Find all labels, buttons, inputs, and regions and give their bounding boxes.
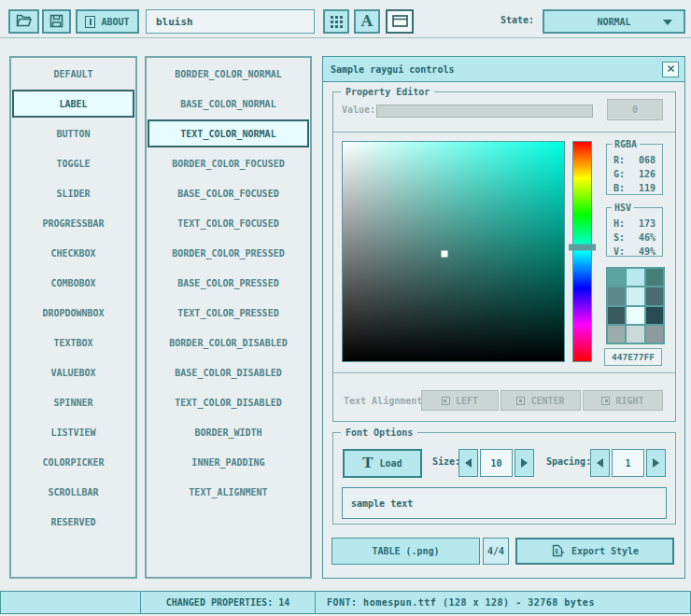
- properties-list-item[interactable]: INNER_PADDING: [148, 448, 309, 476]
- properties-list-item[interactable]: BORDER_COLOR_PRESSED: [148, 239, 309, 267]
- divider-line: [333, 132, 675, 133]
- controls-list-item[interactable]: TOGGLE: [12, 149, 134, 177]
- color-swatch[interactable]: [627, 269, 643, 286]
- export-style-button[interactable]: E Export Style: [515, 538, 674, 565]
- align-right-button[interactable]: RIGHT: [583, 390, 663, 411]
- properties-list-item[interactable]: TEXT_COLOR_DISABLED: [148, 388, 309, 416]
- size-decrease-button[interactable]: [458, 449, 478, 477]
- controls-list-item[interactable]: DROPDOWNBOX: [12, 299, 134, 327]
- hex-value-box[interactable]: 447E77FF: [604, 348, 662, 366]
- align-center-icon: [516, 397, 525, 405]
- export-format-button[interactable]: TABLE (.png): [331, 538, 480, 565]
- export-pages-box[interactable]: 4/4: [483, 538, 509, 565]
- controls-list-item[interactable]: SLIDER: [12, 179, 134, 207]
- properties-list-item[interactable]: TEXT_COLOR_PRESSED: [148, 299, 309, 327]
- properties-list-item-label: BORDER_WIDTH: [194, 427, 261, 438]
- controls-list-item-label: DEFAULT: [53, 69, 92, 79]
- sample-text-box[interactable]: sample text: [342, 487, 667, 519]
- properties-list-item-label: TEXT_COLOR_NORMAL: [180, 129, 275, 139]
- properties-list-item[interactable]: BASE_COLOR_NORMAL: [148, 90, 309, 118]
- color-swatch[interactable]: [646, 269, 663, 286]
- properties-list-item[interactable]: BASE_COLOR_PRESSED: [148, 269, 309, 297]
- controls-list-item[interactable]: LISTVIEW: [12, 418, 134, 446]
- hue-slider-handle[interactable]: [569, 244, 596, 250]
- sample-window-titlebar[interactable]: Sample raygui controls: [323, 57, 684, 82]
- property-editor-group: Property Editor Value: 0 RGBA R:068 G:12…: [332, 91, 676, 422]
- font-settings-button[interactable]: A: [354, 9, 380, 34]
- style-name-input[interactable]: [146, 9, 315, 34]
- rguistyler-app: { "toolbar": { "about_label": "ABOUT", "…: [0, 0, 691, 616]
- hue-slider[interactable]: [572, 141, 592, 362]
- colorpicker-cursor[interactable]: [442, 250, 448, 257]
- divider-line: [333, 372, 675, 373]
- properties-list-item[interactable]: BASE_COLOR_DISABLED: [148, 358, 309, 386]
- color-swatch[interactable]: [627, 326, 643, 343]
- spacing-value-box[interactable]: 1: [612, 449, 644, 477]
- hsv-v-row: V:49%: [607, 245, 662, 259]
- s-value: 46%: [639, 231, 656, 245]
- b-label: B:: [613, 181, 625, 195]
- color-swatch[interactable]: [608, 307, 625, 324]
- close-window-button[interactable]: [662, 62, 679, 77]
- save-style-button[interactable]: [42, 9, 71, 34]
- rgba-g-row: G:126: [607, 167, 662, 181]
- color-swatch[interactable]: [608, 287, 625, 304]
- controls-list-item-label: RESERVED: [50, 517, 95, 527]
- properties-list-item[interactable]: BASE_COLOR_FOCUSED: [148, 179, 309, 207]
- controls-list-item-label: CHECKBOX: [50, 248, 95, 259]
- value-slider[interactable]: [376, 105, 593, 118]
- properties-list-item[interactable]: TEXT_COLOR_FOCUSED: [148, 209, 309, 237]
- properties-list-item[interactable]: BORDER_COLOR_NORMAL: [148, 60, 309, 88]
- controls-list-item-label: TOGGLE: [56, 159, 90, 169]
- v-label: V:: [613, 245, 625, 259]
- chevron-right-icon: [521, 458, 528, 468]
- value-button[interactable]: 0: [607, 99, 663, 120]
- controls-list-item[interactable]: RESERVED: [12, 508, 134, 536]
- r-label: R:: [613, 153, 625, 167]
- size-value-box[interactable]: 10: [480, 449, 513, 477]
- controls-list: DEFAULT LABEL BUTTON TOGGLE SLIDER PROGR…: [11, 58, 135, 577]
- show-grid-button[interactable]: [323, 9, 349, 34]
- color-swatch[interactable]: [646, 326, 663, 343]
- color-swatch[interactable]: [627, 287, 643, 304]
- controls-list-item[interactable]: LABEL: [12, 90, 134, 118]
- controls-list-item[interactable]: DEFAULT: [12, 60, 134, 88]
- properties-list-item[interactable]: BORDER_COLOR_DISABLED: [148, 329, 309, 357]
- sample-window-toggle-button[interactable]: [386, 9, 414, 34]
- controls-list-item[interactable]: TEXTBOX: [12, 329, 134, 357]
- controls-list-item[interactable]: VALUEBOX: [12, 358, 134, 386]
- controls-list-item[interactable]: COMBOBOX: [12, 269, 134, 297]
- controls-list-item[interactable]: BUTTON: [12, 119, 134, 147]
- properties-list-item-label: BASE_COLOR_FOCUSED: [177, 189, 278, 199]
- size-increase-button[interactable]: [515, 449, 534, 477]
- color-swatch[interactable]: [608, 326, 625, 343]
- color-swatch[interactable]: [627, 307, 643, 324]
- spacing-decrease-button[interactable]: [590, 449, 610, 477]
- properties-list-item[interactable]: TEXT_ALIGNMENT: [148, 478, 309, 506]
- color-swatch[interactable]: [608, 269, 625, 286]
- align-center-button[interactable]: CENTER: [501, 390, 581, 411]
- value-label: Value:: [342, 105, 375, 115]
- controls-list-item[interactable]: SPINNER: [12, 388, 134, 416]
- controls-list-item[interactable]: PROGRESSBAR: [12, 209, 134, 237]
- load-font-button[interactable]: T Load: [343, 449, 422, 478]
- colorpicker-sv-area[interactable]: [342, 141, 565, 362]
- align-left-button[interactable]: LEFT: [421, 390, 499, 411]
- rgba-r-row: R:068: [607, 153, 662, 167]
- color-swatch[interactable]: [646, 307, 663, 324]
- properties-list-item-label: BORDER_COLOR_NORMAL: [175, 69, 281, 79]
- controls-list-item[interactable]: COLORPICKER: [12, 448, 134, 476]
- controls-list-item[interactable]: CHECKBOX: [12, 239, 134, 267]
- state-dropdown[interactable]: NORMAL: [543, 9, 685, 34]
- about-button[interactable]: ABOUT: [76, 9, 139, 34]
- value-button-label: 0: [632, 105, 638, 115]
- open-style-button[interactable]: [8, 9, 39, 34]
- info-icon: [85, 16, 95, 28]
- spacing-increase-button[interactable]: [646, 449, 666, 477]
- color-swatch[interactable]: [646, 287, 663, 304]
- properties-list-item[interactable]: BORDER_WIDTH: [148, 418, 309, 446]
- controls-list-item-label: SPINNER: [53, 398, 92, 408]
- controls-list-item[interactable]: SCROLLBAR: [12, 478, 134, 506]
- properties-list-item[interactable]: BORDER_COLOR_FOCUSED: [148, 149, 309, 177]
- properties-list-item[interactable]: TEXT_COLOR_NORMAL: [148, 119, 309, 147]
